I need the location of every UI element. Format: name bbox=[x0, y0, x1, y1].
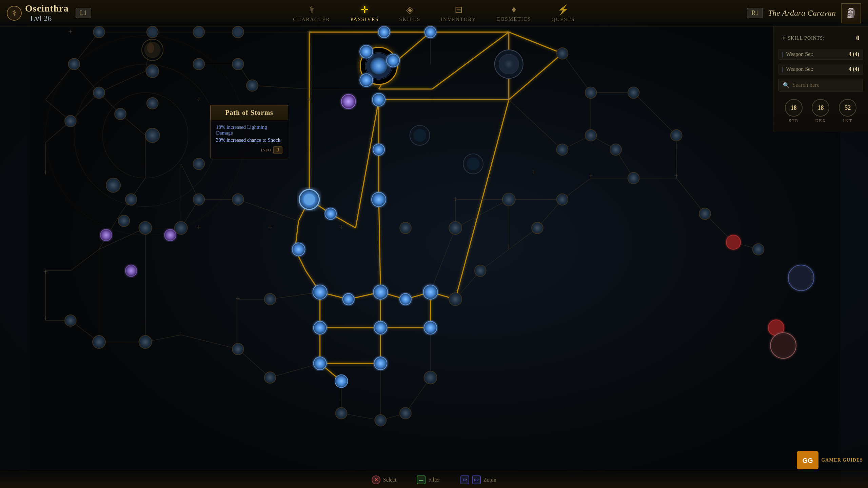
passive-node-small[interactable] bbox=[424, 371, 437, 384]
passive-node-small[interactable] bbox=[753, 244, 764, 255]
passive-node-small[interactable] bbox=[532, 222, 543, 234]
passive-node-small[interactable] bbox=[118, 215, 130, 227]
passive-node-small[interactable] bbox=[557, 144, 568, 156]
passive-node-small[interactable] bbox=[193, 194, 204, 205]
passive-node-small[interactable] bbox=[139, 222, 152, 235]
passive-node-small[interactable] bbox=[671, 130, 682, 141]
passive-node-allocated[interactable] bbox=[292, 243, 305, 256]
passive-node-allocated[interactable] bbox=[373, 144, 384, 156]
tab-inventory[interactable]: ⊟ INVENTORY bbox=[441, 4, 476, 22]
passive-node-allocated[interactable] bbox=[372, 192, 386, 207]
passive-node-allocated[interactable] bbox=[374, 357, 387, 370]
passive-node-allocated[interactable] bbox=[423, 285, 437, 299]
node-plus[interactable]: + bbox=[307, 95, 312, 103]
passive-node-small[interactable] bbox=[93, 87, 105, 98]
passive-node-small[interactable] bbox=[232, 194, 244, 205]
passive-node-small[interactable] bbox=[585, 130, 597, 141]
passive-node-allocated[interactable] bbox=[424, 321, 437, 334]
search-input[interactable] bbox=[792, 82, 859, 88]
node-plus[interactable]: + bbox=[507, 242, 511, 251]
passive-node-small[interactable] bbox=[232, 58, 244, 70]
passive-node-allocated[interactable] bbox=[313, 285, 327, 299]
passive-node-small[interactable] bbox=[125, 194, 137, 205]
node-plus[interactable]: + bbox=[43, 167, 48, 176]
passive-node-small[interactable] bbox=[246, 80, 258, 91]
node-plus[interactable]: + bbox=[68, 27, 73, 36]
l1-button[interactable]: L1 bbox=[76, 8, 91, 18]
node-plus[interactable]: + bbox=[236, 294, 240, 303]
passive-node-avatar[interactable] bbox=[770, 333, 796, 359]
node-plus[interactable]: + bbox=[43, 313, 48, 322]
passive-node-allocated[interactable] bbox=[373, 285, 388, 299]
passive-node-small[interactable] bbox=[139, 336, 152, 348]
node-plus[interactable]: + bbox=[43, 267, 48, 276]
tab-character[interactable]: ⚕ CHARACTER bbox=[293, 4, 330, 22]
passive-node-small[interactable] bbox=[375, 414, 387, 426]
passive-node-purple-accent[interactable] bbox=[100, 229, 112, 241]
passive-node-small[interactable] bbox=[65, 315, 76, 326]
passive-node-small[interactable] bbox=[115, 108, 126, 120]
passive-node-small[interactable] bbox=[400, 222, 411, 234]
passive-node-purple-accent[interactable] bbox=[125, 265, 137, 277]
passive-node-purple-accent[interactable] bbox=[164, 229, 176, 241]
node-plus[interactable]: + bbox=[674, 171, 678, 180]
passive-node-small[interactable] bbox=[336, 407, 347, 419]
passive-node-small[interactable] bbox=[193, 26, 204, 38]
tab-skills[interactable]: ◈ SKILLS bbox=[399, 4, 420, 22]
node-plus[interactable]: + bbox=[589, 171, 593, 180]
passive-node-small[interactable] bbox=[502, 193, 515, 206]
passive-node-medium[interactable] bbox=[142, 39, 163, 61]
passive-node-small[interactable] bbox=[628, 172, 639, 184]
passive-node-red[interactable] bbox=[726, 235, 741, 249]
search-box[interactable]: 🔍 bbox=[778, 79, 863, 92]
passive-node-small[interactable] bbox=[193, 58, 204, 70]
passive-node-small[interactable] bbox=[557, 194, 568, 205]
passive-node-small[interactable] bbox=[193, 158, 204, 170]
passive-node-allocated[interactable] bbox=[425, 26, 436, 38]
tab-quests[interactable]: ⚡ QUESTS bbox=[552, 4, 575, 22]
passive-node-allocated[interactable] bbox=[325, 208, 336, 220]
passive-node-small[interactable] bbox=[585, 87, 597, 98]
passive-node-major-right[interactable] bbox=[495, 50, 523, 78]
tab-passives[interactable]: ✛ PASSIVES bbox=[350, 4, 379, 22]
passive-node-allocated[interactable] bbox=[387, 54, 399, 67]
node-plus[interactable]: + bbox=[179, 329, 183, 338]
node-plus[interactable]: + bbox=[507, 27, 511, 36]
passive-node-small[interactable] bbox=[264, 372, 276, 383]
passive-node-allocated[interactable] bbox=[372, 93, 385, 106]
passive-node-small[interactable] bbox=[628, 87, 639, 98]
node-plus[interactable]: + bbox=[197, 95, 201, 103]
passive-node-avatar[interactable] bbox=[788, 265, 814, 291]
passive-node-small[interactable] bbox=[232, 343, 244, 355]
passive-node-allocated[interactable] bbox=[374, 321, 387, 334]
node-plus[interactable]: + bbox=[307, 27, 312, 36]
passive-node-purple[interactable] bbox=[341, 95, 356, 109]
passive-node-medium-right[interactable] bbox=[463, 154, 483, 174]
node-plus[interactable]: + bbox=[339, 223, 343, 231]
skill-tree-canvas[interactable]: + + + + + + + + + + + + bbox=[0, 0, 868, 488]
node-plus[interactable]: + bbox=[507, 95, 511, 103]
passive-node-allocated[interactable] bbox=[400, 293, 411, 305]
passive-node-small[interactable] bbox=[610, 144, 622, 156]
passive-node-small[interactable] bbox=[68, 58, 80, 70]
passive-node-small[interactable] bbox=[699, 208, 711, 220]
passive-node-allocated[interactable] bbox=[360, 74, 373, 87]
passive-node-small[interactable] bbox=[175, 222, 188, 235]
r1-button[interactable]: R1 bbox=[747, 8, 763, 18]
passive-node-small[interactable] bbox=[264, 293, 276, 305]
passive-node-small[interactable] bbox=[400, 407, 411, 419]
passive-node-small[interactable] bbox=[449, 293, 462, 306]
passive-node-allocated[interactable] bbox=[314, 357, 327, 370]
passive-node-medium-right[interactable] bbox=[410, 125, 430, 145]
passive-node-allocated[interactable] bbox=[378, 26, 390, 38]
passive-node-small[interactable] bbox=[106, 178, 120, 192]
passive-node-small[interactable] bbox=[93, 336, 105, 348]
node-plus[interactable]: + bbox=[532, 167, 536, 176]
passive-node-active[interactable] bbox=[299, 189, 319, 209]
passive-node-allocated[interactable] bbox=[360, 45, 373, 58]
passive-node-small[interactable] bbox=[557, 48, 568, 59]
passive-node-small[interactable] bbox=[232, 26, 244, 38]
passive-node-small[interactable] bbox=[147, 98, 158, 109]
passive-node-allocated[interactable] bbox=[343, 293, 354, 305]
passive-node-small[interactable] bbox=[65, 116, 76, 127]
